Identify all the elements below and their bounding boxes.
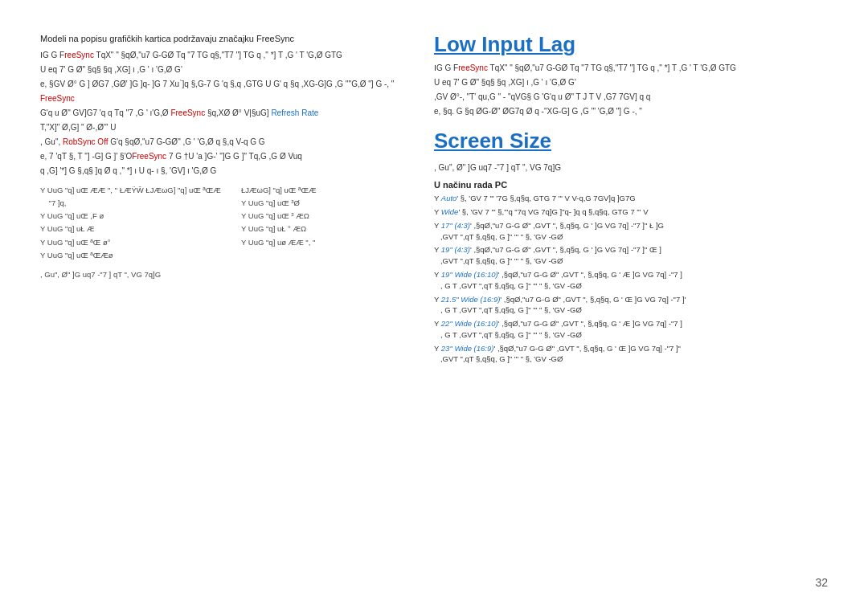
pc-mode-section: U načinu rada PC Y Auto' §, 'GV 7 '" '7G… xyxy=(434,180,836,365)
table-header-r: ŁJÆωG] "q] uŒ ªŒÆ xyxy=(241,185,426,196)
label-auto: Auto xyxy=(441,194,457,202)
left-line5: T,"X]" Ø,G] " Ø-,Ø'" U xyxy=(40,121,426,133)
left-line1: ⅠG G FreeSync TqX" " §qØ,"u7 G-GØ Tq "7 … xyxy=(40,49,426,61)
label-wide: Wide xyxy=(441,207,459,216)
freesync-label-inline: FreeSync xyxy=(40,94,75,103)
left-line8: q ,G] '*] G §,q§ ]q Ø q ," *] ı U q- ı §… xyxy=(40,165,426,177)
label-17: 17" (4:3) xyxy=(441,221,470,230)
left-line2: U eq 7' G Ø" §q§ §q ,XG] ı ,G ' ı 'G,Ø G… xyxy=(40,63,426,76)
intro-heading: Modeli na popisu grafičkih kartica podrž… xyxy=(40,32,426,46)
label-215w: 21.5" Wide (16:9) xyxy=(441,295,501,304)
label-19w: 19" Wide (16:10) xyxy=(441,270,498,279)
table-row-5a: Y UuG "q] uŒ ªŒÆø xyxy=(40,250,225,261)
table-row-3a: Y UuG "q] uŁ Æ xyxy=(40,223,225,235)
refresh-rate-ref: Refresh Rate xyxy=(271,108,318,117)
table-row-4b: Y UuG "q] uø ÆÆ ", " xyxy=(241,237,426,248)
left-line-freesync: FreeSync xyxy=(40,92,426,104)
robosync-ref: RobSync Off xyxy=(63,137,108,146)
screen-size-bottom: , Gu", Ø" ]G uq7 -"7 ] qT ", VG 7q]G xyxy=(434,161,836,174)
pc-mode-19w: Y 19" Wide (16:10)' ,§qØ,"u7 G-G Ø" ,GVT… xyxy=(434,269,836,292)
freesync-label-1: reeSync xyxy=(64,51,94,59)
table-row-3b: Y UuG "q] uŁ ° ÆΩ xyxy=(241,223,426,235)
pc-mode-22w: Y 22" Wide (16:10)' ,§qØ,"u7 G-G Ø" ,GVT… xyxy=(434,318,836,341)
screen-size-title: Screen Size xyxy=(434,129,836,153)
pc-mode-wide: Y Wide' §, 'GV 7 '" §,'"q "7q VG 7q]G ]"… xyxy=(434,206,836,218)
right-line4: e, §q. G §q ØG-Ø" ØG7q Ø q -"XG-G] G ,G … xyxy=(434,105,836,117)
table-col-left: Y UuG "q] uŒ ÆÆ ", " ŁÆŸŴ ŁJÆωG] "q] uŒ … xyxy=(40,185,225,264)
pc-mode-auto: Y Auto' §, 'GV 7 '" '7G §,q§q, GTG 7 '" … xyxy=(434,193,836,204)
table-footer: , Gu", Ø" ]G uq7 -"7 ] qT ", VG 7q]G xyxy=(40,269,426,280)
table-col-right: ŁJÆωG] "q] uŒ ªŒÆ Y UuG "q] uŒ ³Ø Y UuG … xyxy=(241,185,426,264)
table-row-1b: Y UuG "q] uŒ ³Ø xyxy=(241,198,426,209)
table-row-1a: "7 ]q, xyxy=(40,198,225,209)
low-input-lag-title: Low Input Lag xyxy=(434,32,836,57)
left-line4: G'q u Ø" GV]G7 'q q Tq "7 ,G ' ı'G,Ø Fre… xyxy=(40,107,426,119)
label-23w: 23" Wide (16:9) xyxy=(441,344,494,353)
pc-mode-215w: Y 21.5" Wide (16:9)' ,§qØ,"u7 G-G Ø" ,GV… xyxy=(434,294,836,317)
left-column: Modeli na popisu grafičkih kartica podrž… xyxy=(40,32,426,282)
table-row-2a: Y UuG "q] uŒ ,F ø xyxy=(40,210,225,222)
table-row-4a: Y UuG "q] uŒ ªŒ ø° xyxy=(40,237,225,248)
freesync-r1: reeSync xyxy=(458,63,488,72)
right-line1: ⅠG G FreeSync TqX" " §qØ,"u7 G-GØ Tq "7 … xyxy=(434,62,836,74)
table-section: Y UuG "q] uŒ ÆÆ ", " ŁÆŸŴ ŁJÆωG] "q] uŒ … xyxy=(40,185,426,281)
left-line6: , Gu", RobSync Off G'q §qØ,"u7 G-GØ" ,G … xyxy=(40,136,426,148)
table-row-2b: Y UuG "q] uŒ ³ ÆΩ xyxy=(241,210,426,222)
label-22w: 22" Wide (16:10) xyxy=(441,319,498,328)
right-line3: ,GV Ø°-, "T' qu,G " - "qVG§ G 'G'q u Ø" … xyxy=(434,91,836,103)
pc-mode-19: Y 19" (4:3)' ,§qØ,"u7 G-G Ø" ,GVT ", §,q… xyxy=(434,244,836,267)
right-column: Low Input Lag ⅠG G FreeSync TqX" " §qØ,"… xyxy=(434,32,836,367)
pc-mode-heading: U načinu rada PC xyxy=(434,180,836,190)
label-19: 19" (4:3) xyxy=(441,245,470,254)
table-header: Y UuG "q] uŒ ÆÆ ", " ŁÆŸŴ ŁJÆωG] "q] uŒ … xyxy=(40,185,225,196)
left-line7: e, 7 'qT §, T "] -G] G ]' §'OFreeSync 7 … xyxy=(40,150,426,162)
freesync-ref2: FreeSync xyxy=(132,152,166,161)
right-line2: U eq 7' G Ø" §q§ §q ,XG] ı ,G ' ı 'G,Ø G… xyxy=(434,76,836,88)
left-line3: e, §GV Ø° G ] ØG7 ,GØ' ]G ]q- ]G 7 Xu`]q… xyxy=(40,78,426,90)
pc-mode-23w: Y 23" Wide (16:9)' ,§qØ,"u7 G-G Ø" ,GVT … xyxy=(434,343,836,366)
freesync-ref: FreeSync xyxy=(170,108,205,117)
page-number: 32 xyxy=(815,576,828,589)
pc-mode-17: Y 17" (4:3)' ,§qØ,"u7 G-G Ø" ,GVT ", §,q… xyxy=(434,220,836,243)
